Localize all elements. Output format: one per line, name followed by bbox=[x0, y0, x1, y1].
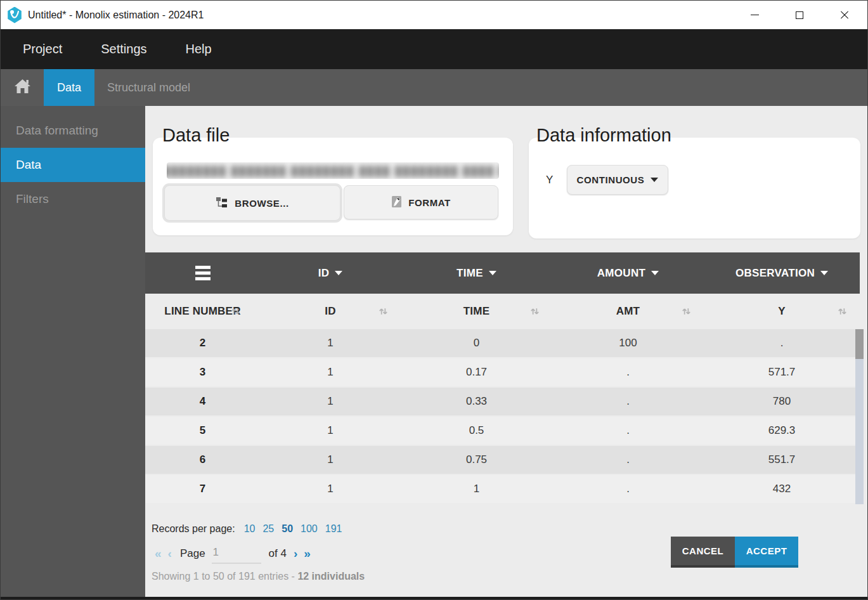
cancel-button[interactable]: CANCEL bbox=[671, 537, 735, 568]
sidebar-item-data-formatting[interactable]: Data formatting bbox=[1, 114, 145, 148]
first-page-icon[interactable]: « bbox=[152, 547, 165, 561]
page-label: Page bbox=[180, 547, 205, 560]
page-count-label: of 4 bbox=[269, 547, 287, 560]
action-buttons: CANCEL ACCEPT bbox=[671, 537, 798, 568]
column-menu-icon[interactable] bbox=[195, 266, 211, 280]
next-page-icon[interactable]: › bbox=[290, 547, 301, 561]
close-icon[interactable] bbox=[837, 8, 852, 23]
chevron-down-icon bbox=[489, 271, 496, 275]
header-time: TIME bbox=[463, 305, 489, 318]
table-row: 2 1 0 100 . bbox=[145, 329, 860, 357]
pagination-controls: « ‹ Page of 4 › » bbox=[152, 544, 314, 564]
chevron-down-icon bbox=[651, 271, 659, 275]
window-controls bbox=[747, 8, 852, 23]
sort-icon[interactable] bbox=[377, 306, 389, 318]
minimize-icon[interactable] bbox=[747, 8, 762, 23]
page-number-input[interactable] bbox=[212, 544, 261, 564]
previous-page-icon[interactable]: ‹ bbox=[165, 547, 175, 561]
window-title: Untitled* - Monolix estimation - 2024R1 bbox=[28, 10, 747, 21]
data-file-heading: Data file bbox=[162, 125, 230, 146]
sidebar-item-filters[interactable]: Filters bbox=[1, 182, 145, 216]
format-button[interactable]: FORMAT bbox=[344, 185, 498, 219]
records-option-100[interactable]: 100 bbox=[301, 523, 318, 535]
records-per-page-label: Records per page: bbox=[152, 523, 235, 535]
table-row: 7 1 1 . 432 bbox=[145, 475, 860, 503]
header-amt: AMT bbox=[616, 305, 640, 318]
column-type-dropdown-amount[interactable]: AMOUNT bbox=[597, 267, 659, 280]
records-option-25[interactable]: 25 bbox=[262, 523, 274, 535]
data-file-card: ███ █████ █████████ ███████ ████████ ███… bbox=[153, 138, 513, 235]
sort-icon[interactable] bbox=[529, 306, 541, 318]
menu-project[interactable]: Project bbox=[23, 42, 62, 56]
accept-button[interactable]: ACCEPT bbox=[735, 537, 798, 568]
column-type-dropdown-observation[interactable]: OBSERVATION bbox=[735, 267, 828, 280]
observation-type-dropdown[interactable]: CONTINUOUS bbox=[567, 165, 668, 195]
data-information-heading: Data information bbox=[536, 125, 671, 146]
data-file-path-redacted: ███ █████ █████████ ███████ ████████ ███… bbox=[167, 162, 499, 179]
titlebar: Untitled* - Monolix estimation - 2024R1 bbox=[1, 1, 867, 29]
maximize-icon[interactable] bbox=[792, 8, 807, 23]
menu-settings[interactable]: Settings bbox=[101, 42, 146, 56]
table-column-toolbar: ID TIME AMOUNT OBSERVATION bbox=[145, 252, 860, 294]
browse-button[interactable]: BROWSE... bbox=[164, 185, 340, 221]
data-information-card: Y CONTINUOUS bbox=[529, 138, 860, 238]
chevron-down-icon bbox=[335, 271, 342, 275]
observation-name-label: Y bbox=[546, 174, 567, 186]
chevron-down-icon bbox=[820, 271, 828, 275]
menubar: Project Settings Help bbox=[1, 29, 867, 69]
bottom-strip bbox=[1, 597, 867, 600]
table-row: 5 1 0.5 . 629.3 bbox=[145, 417, 860, 445]
sort-icon[interactable] bbox=[836, 306, 848, 318]
table-scrollbar-thumb[interactable] bbox=[855, 329, 864, 359]
records-per-page: Records per page: 10 25 50 100 191 bbox=[152, 523, 342, 535]
chevron-down-icon bbox=[651, 178, 658, 182]
header-y: Y bbox=[778, 305, 786, 318]
app-window: Untitled* - Monolix estimation - 2024R1 … bbox=[0, 0, 868, 600]
table-row: 3 1 0.17 . 571.7 bbox=[145, 358, 860, 386]
column-type-dropdown-id[interactable]: ID bbox=[318, 267, 343, 280]
tab-structural-model[interactable]: Structural model bbox=[96, 69, 202, 106]
menu-help[interactable]: Help bbox=[186, 42, 212, 56]
column-type-dropdown-time[interactable]: TIME bbox=[457, 267, 496, 280]
table-header-row: LINE NUMBER ID TIME AMT Y bbox=[145, 294, 860, 329]
browse-tree-icon bbox=[216, 196, 228, 211]
header-id: ID bbox=[325, 305, 335, 318]
main-content: Data file ███ █████ █████████ ███████ ██… bbox=[145, 106, 867, 597]
individuals-count: 12 individuals bbox=[297, 571, 365, 582]
records-option-191[interactable]: 191 bbox=[325, 523, 342, 535]
tabbar: Data Structural model bbox=[1, 69, 867, 106]
table-body: 2 1 0 100 . 3 1 0.17 . 571.7 4 1 0.33 bbox=[145, 329, 860, 504]
last-page-icon[interactable]: » bbox=[301, 547, 314, 561]
home-icon bbox=[14, 79, 31, 96]
table-row: 4 1 0.33 . 780 bbox=[145, 388, 860, 415]
sort-icon[interactable] bbox=[680, 306, 692, 318]
records-option-10[interactable]: 10 bbox=[244, 523, 256, 535]
sidebar-item-data[interactable]: Data bbox=[1, 148, 145, 182]
home-button[interactable] bbox=[1, 69, 44, 106]
sort-icon[interactable] bbox=[230, 306, 242, 318]
sidebar: Data formatting Data Filters bbox=[1, 106, 145, 597]
tab-data[interactable]: Data bbox=[44, 69, 94, 106]
table-scrollbar-track[interactable] bbox=[855, 329, 864, 504]
entries-summary: Showing 1 to 50 of 191 entries - 12 indi… bbox=[152, 571, 365, 582]
format-file-icon bbox=[391, 195, 402, 210]
monolix-logo-icon bbox=[7, 7, 22, 23]
table-row: 6 1 0.75 . 551.7 bbox=[145, 446, 860, 474]
records-option-50-selected[interactable]: 50 bbox=[282, 523, 293, 535]
